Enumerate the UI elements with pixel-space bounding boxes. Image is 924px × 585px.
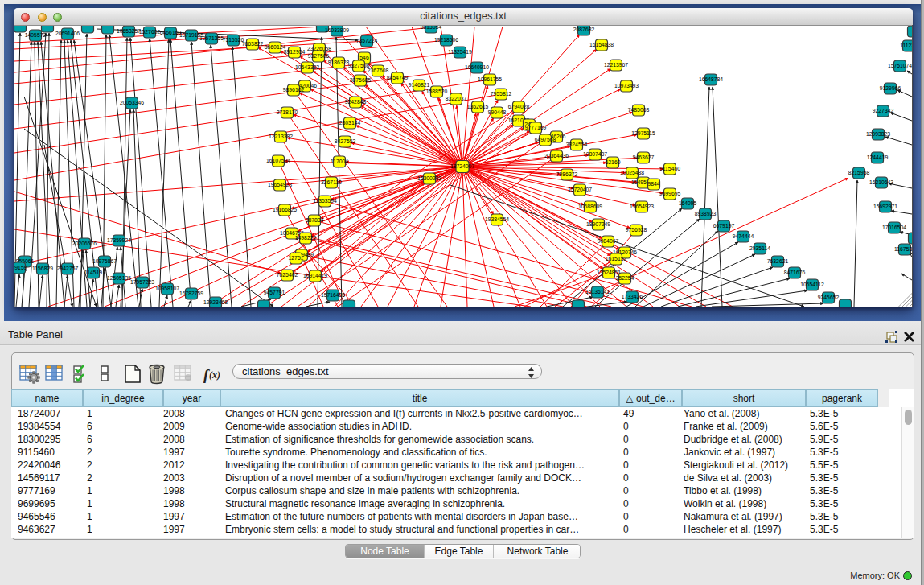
svg-text:(x): (x) (209, 369, 220, 381)
